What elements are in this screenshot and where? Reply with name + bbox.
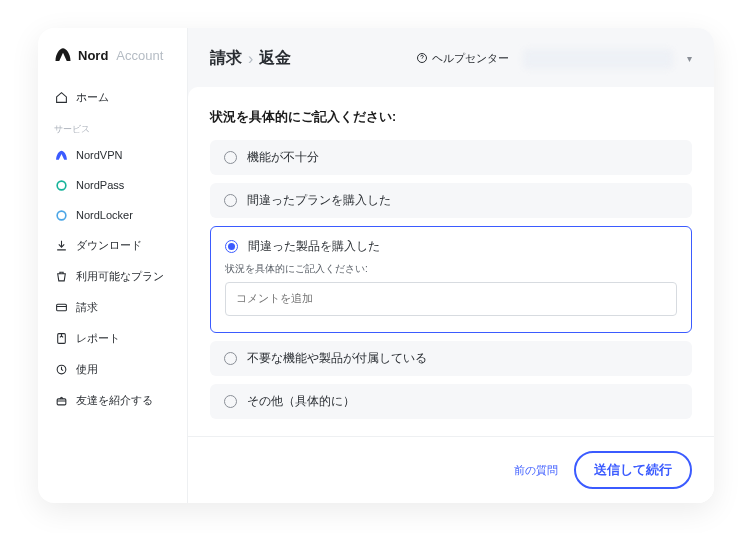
help-center-link[interactable]: ヘルプセンター bbox=[416, 51, 509, 66]
main: 請求 › 返金 ヘルプセンター ▾ 状況を具体的にご記入ください: 機能が不十分 bbox=[188, 28, 714, 503]
logo[interactable]: Nord Account bbox=[38, 46, 187, 82]
sidebar-item-nordlocker[interactable]: NordLocker bbox=[38, 200, 187, 230]
brand-sub: Account bbox=[116, 48, 163, 63]
breadcrumb: 請求 › 返金 bbox=[210, 48, 291, 69]
sidebar-item-nordvpn[interactable]: NordVPN bbox=[38, 140, 187, 170]
sidebar-item-label: 使用 bbox=[76, 362, 98, 377]
download-icon bbox=[54, 239, 68, 253]
app-window: Nord Account ホーム サービス NordVPN NordPass bbox=[38, 28, 714, 503]
option-label: 間違った製品を購入した bbox=[248, 239, 380, 254]
comment-input[interactable] bbox=[225, 282, 677, 316]
option-wrong-product[interactable]: 間違った製品を購入した 状況を具体的にご記入ください: bbox=[210, 226, 692, 333]
sidebar-item-label: 利用可能なプラン bbox=[76, 269, 164, 284]
sidebar-item-label: 請求 bbox=[76, 300, 98, 315]
form-title: 状況を具体的にご記入ください: bbox=[210, 109, 692, 126]
refer-icon bbox=[54, 394, 68, 408]
option-wrong-plan[interactable]: 間違ったプランを購入した bbox=[210, 183, 692, 218]
option-label: その他（具体的に） bbox=[247, 394, 355, 409]
nord-logo-icon bbox=[54, 46, 72, 64]
home-icon bbox=[54, 91, 68, 105]
breadcrumb-refund: 返金 bbox=[259, 48, 291, 69]
prev-question-button[interactable]: 前の質問 bbox=[514, 463, 558, 478]
reports-icon bbox=[54, 332, 68, 346]
nordvpn-icon bbox=[54, 148, 68, 162]
radio-icon bbox=[224, 352, 237, 365]
submit-continue-button[interactable]: 送信して続行 bbox=[574, 451, 692, 489]
sidebar-item-refer[interactable]: 友達を紹介する bbox=[38, 385, 187, 416]
sidebar-item-label: NordPass bbox=[76, 179, 124, 191]
sidebar-section-services: サービス bbox=[38, 113, 187, 140]
option-unwanted-features[interactable]: 不要な機能や製品が付属している bbox=[210, 341, 692, 376]
sidebar-item-label: NordLocker bbox=[76, 209, 133, 221]
user-menu-redacted[interactable] bbox=[523, 49, 673, 69]
option-insufficient-features[interactable]: 機能が不十分 bbox=[210, 140, 692, 175]
sidebar-item-home[interactable]: ホーム bbox=[38, 82, 187, 113]
sidebar: Nord Account ホーム サービス NordVPN NordPass bbox=[38, 28, 188, 503]
plans-icon bbox=[54, 270, 68, 284]
option-label: 間違ったプランを購入した bbox=[247, 193, 391, 208]
svg-point-1 bbox=[57, 211, 66, 220]
usage-icon bbox=[54, 363, 68, 377]
sidebar-item-nordpass[interactable]: NordPass bbox=[38, 170, 187, 200]
option-label: 機能が不十分 bbox=[247, 150, 319, 165]
sidebar-item-label: ホーム bbox=[76, 90, 109, 105]
sub-prompt: 状況を具体的にご記入ください: bbox=[225, 262, 677, 276]
topbar: 請求 › 返金 ヘルプセンター ▾ bbox=[188, 28, 714, 83]
radio-icon-selected bbox=[225, 240, 238, 253]
svg-rect-5 bbox=[57, 399, 66, 405]
chevron-right-icon: › bbox=[248, 50, 253, 68]
sidebar-item-label: 友達を紹介する bbox=[76, 393, 153, 408]
help-label: ヘルプセンター bbox=[432, 51, 509, 66]
sidebar-item-label: ダウンロード bbox=[76, 238, 142, 253]
option-other[interactable]: その他（具体的に） bbox=[210, 384, 692, 419]
form-footer: 前の質問 送信して続行 bbox=[188, 436, 714, 503]
option-label: 不要な機能や製品が付属している bbox=[247, 351, 427, 366]
sidebar-item-billing[interactable]: 請求 bbox=[38, 292, 187, 323]
help-icon bbox=[416, 52, 428, 66]
breadcrumb-billing[interactable]: 請求 bbox=[210, 48, 242, 69]
refund-form-card: 状況を具体的にご記入ください: 機能が不十分 間違ったプランを購入した 間違った… bbox=[188, 87, 714, 503]
brand-name: Nord bbox=[78, 48, 108, 63]
nordpass-icon bbox=[54, 178, 68, 192]
svg-rect-2 bbox=[56, 304, 66, 311]
svg-point-0 bbox=[57, 181, 66, 190]
radio-icon bbox=[224, 395, 237, 408]
radio-icon bbox=[224, 194, 237, 207]
sidebar-item-label: レポート bbox=[76, 331, 120, 346]
radio-icon bbox=[224, 151, 237, 164]
sidebar-item-plans[interactable]: 利用可能なプラン bbox=[38, 261, 187, 292]
billing-icon bbox=[54, 301, 68, 315]
sidebar-item-label: NordVPN bbox=[76, 149, 122, 161]
sidebar-item-usage[interactable]: 使用 bbox=[38, 354, 187, 385]
chevron-down-icon[interactable]: ▾ bbox=[687, 53, 692, 64]
sidebar-item-reports[interactable]: レポート bbox=[38, 323, 187, 354]
nordlocker-icon bbox=[54, 208, 68, 222]
sidebar-item-downloads[interactable]: ダウンロード bbox=[38, 230, 187, 261]
